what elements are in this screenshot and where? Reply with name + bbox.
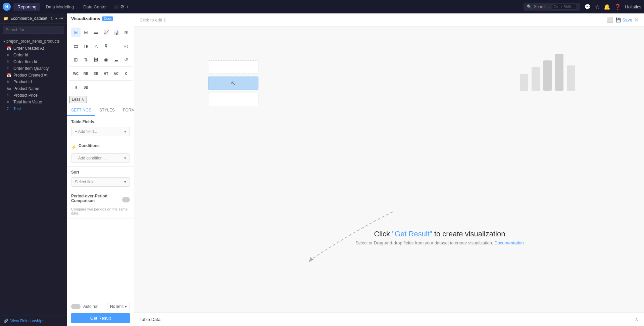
sidebar-item-order-id[interactable]: # Order Id	[0, 52, 67, 58]
auto-run-toggle[interactable]	[71, 304, 81, 309]
viz-h-btn[interactable]: H	[71, 83, 81, 92]
svg-marker-5	[309, 257, 314, 262]
viz-radial-btn[interactable]: ◉	[101, 55, 111, 64]
sidebar-search-input[interactable]	[3, 26, 64, 34]
field-label: Order Item Id	[13, 59, 37, 64]
sidebar-group-title[interactable]: ▾ prejoin_order_items_products	[0, 38, 67, 45]
chevron-down-icon[interactable]: ▾	[55, 17, 57, 20]
calendar-icon: 📅	[7, 46, 11, 51]
terminal-icon[interactable]: ⌘	[114, 4, 119, 9]
field-label: Product Name	[13, 86, 39, 91]
refresh-icon[interactable]: ↻	[50, 16, 53, 21]
viz-scatter-btn[interactable]: ⋯	[111, 41, 121, 51]
close-button[interactable]: ✕	[634, 17, 639, 23]
table-data-title: Table Data	[140, 317, 160, 322]
viz-cloud-btn[interactable]: ☁	[111, 55, 121, 64]
sidebar-item-product-id[interactable]: # Product Id	[0, 79, 67, 85]
viz-triangle-btn[interactable]: △	[91, 41, 101, 51]
help-icon[interactable]: ❓	[614, 4, 621, 10]
add-field-dropdown[interactable]: + Add field... ▾	[71, 127, 130, 136]
viz-funnel-btn[interactable]: ⊽	[101, 41, 111, 51]
get-result-highlight: "Get Result"	[392, 230, 432, 238]
table-data-section: Table Data ∧	[134, 313, 644, 326]
app-logo: H	[3, 3, 11, 11]
sidebar-item-product-name[interactable]: Aa Product Name	[0, 85, 67, 92]
star-icon[interactable]: ☆	[595, 4, 600, 10]
pop-toggle[interactable]	[122, 197, 130, 202]
save-button[interactable]: 💾 Save	[615, 17, 632, 22]
sidebar-item-product-price[interactable]: # Product Price	[0, 92, 67, 99]
hash-icon: #	[7, 53, 11, 57]
expand-icon[interactable]: ⬜	[607, 17, 613, 23]
more-icon[interactable]: •••	[59, 16, 63, 21]
viz-pie-btn[interactable]: ◑	[81, 41, 91, 51]
sort-field-dropdown[interactable]: Select field ▾	[71, 177, 130, 187]
tab-styles[interactable]: STYLES	[95, 105, 119, 116]
viz-pivot-btn[interactable]: ⊟	[81, 28, 91, 37]
sidebar-item-order-item-id[interactable]: # Order Item Id	[0, 58, 67, 65]
nav-tab-data-modeling[interactable]: Data Modeling	[42, 3, 78, 11]
viz-arc-btn[interactable]: ↺	[121, 55, 131, 64]
chart-thumbnail	[516, 47, 577, 95]
auto-run-label: Auto run	[83, 304, 98, 309]
svg-rect-0	[520, 74, 528, 91]
sort-section: Sort Select field ▾	[67, 167, 134, 190]
documentation-link[interactable]: Documentation	[494, 240, 524, 245]
sidebar-item-order-created-at[interactable]: 📅 Order Created At	[0, 45, 67, 52]
viz-matrix-btn[interactable]: ⊞	[71, 55, 81, 64]
viz-sb-btn[interactable]: SB	[81, 83, 91, 92]
drag-box-3[interactable]	[208, 93, 258, 106]
less-btn[interactable]: Less ∧	[69, 96, 87, 103]
no-limit-dropdown[interactable]: No limit ▾	[107, 303, 130, 310]
viz-line-btn[interactable]: 📈	[101, 28, 111, 37]
viz-c-btn[interactable]: C	[121, 69, 131, 78]
user-menu[interactable]: Holistics	[625, 4, 641, 9]
view-relationships-btn[interactable]: 🔗 View Relationships	[3, 319, 63, 323]
nav-tab-reporting[interactable]: Reporting	[13, 3, 40, 11]
bell-icon[interactable]: 🔔	[604, 4, 610, 10]
field-label: Product Id	[13, 80, 32, 84]
add-condition-dropdown[interactable]: + Add condition... ▾	[71, 153, 130, 163]
viz-bar-btn[interactable]: ▬	[91, 28, 101, 37]
viz-ht-btn[interactable]: HT	[101, 69, 111, 78]
chat-icon[interactable]: 💬	[584, 4, 591, 10]
save-icon: 💾	[615, 17, 621, 22]
main-message: Click "Get Result" to create visualizati…	[355, 230, 524, 245]
sidebar-item-test[interactable]: Σ Test	[0, 105, 67, 112]
viz-ac-btn[interactable]: AC	[111, 69, 121, 78]
header-icon-group: ⬜	[607, 17, 613, 23]
settings-icon[interactable]: ⚙	[120, 4, 125, 9]
nav-icons: 💬 ☆ 🔔 ❓	[584, 4, 621, 10]
tab-settings[interactable]: SETTINGS	[67, 105, 95, 116]
viz-image-btn[interactable]: 🖼	[91, 55, 101, 64]
calendar-icon: 📅	[7, 73, 11, 78]
collapse-table-btn[interactable]: ∧	[635, 316, 639, 323]
viz-waterfall-btn[interactable]: ⇅	[81, 55, 91, 64]
docs-badge[interactable]: Docs	[102, 16, 113, 21]
get-result-button[interactable]: Get Result	[71, 313, 130, 323]
sidebar-item-total-item-value[interactable]: # Total Item Value	[0, 99, 67, 105]
drag-box-2[interactable]: ↖	[208, 77, 258, 90]
main-message-heading: Click "Get Result" to create visualizati…	[355, 230, 524, 238]
viz-rb-btn[interactable]: RB	[81, 69, 91, 78]
sigma-icon: Σ	[7, 106, 11, 111]
sidebar-item-product-created-at[interactable]: 📅 Product Created At	[0, 72, 67, 79]
viz-bar-stacked-btn[interactable]: ▤	[71, 41, 81, 51]
viz-donut-btn[interactable]: ◎	[121, 41, 131, 51]
global-search[interactable]: 🔍 Search... Ctrl + Shift ...	[524, 3, 580, 11]
add-tab-icon[interactable]: +	[126, 4, 129, 9]
auto-run-row: Auto run No limit ▾	[71, 303, 130, 310]
sidebar-item-order-item-quantity[interactable]: # Order Item Quantity	[0, 65, 67, 72]
sidebar-footer: 🔗 View Relationships	[0, 316, 67, 326]
info-icon: ℹ	[164, 18, 166, 22]
click-to-edit-label[interactable]: Click to edit	[140, 17, 162, 22]
viz-column-btn[interactable]: 📊	[111, 28, 121, 37]
viz-eb-btn[interactable]: EB	[91, 69, 101, 78]
viz-area-btn[interactable]: ≋	[121, 28, 131, 37]
nav-tab-data-center[interactable]: Data Center	[79, 3, 111, 11]
viz-wc-btn[interactable]: WC	[71, 69, 81, 78]
viz-icons-row2: ▤ ◑ △ ⊽ ⋯ ◎	[69, 39, 132, 53]
drag-box-1[interactable]	[208, 60, 258, 74]
dataset-header[interactable]: 📁 Ecommerce_dataset ↻ ▾ •••	[0, 13, 67, 24]
viz-table-btn[interactable]: ⊞	[71, 28, 81, 37]
